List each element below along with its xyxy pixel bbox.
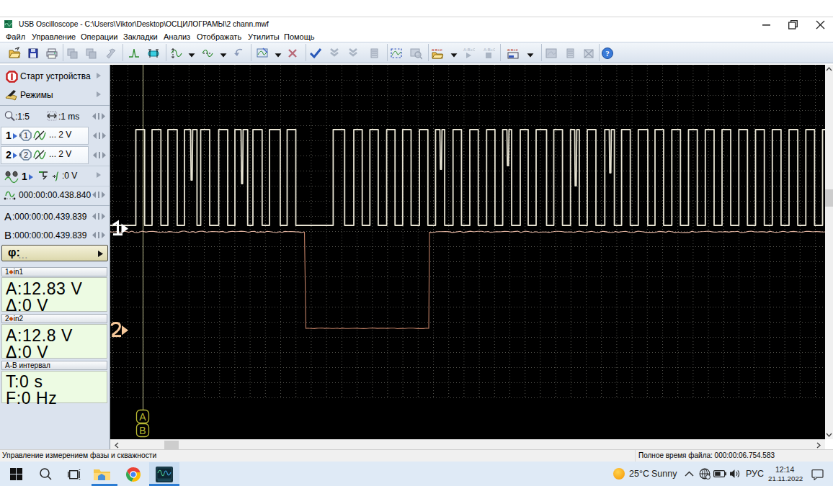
svg-text:A: A [139,411,146,423]
svg-text:1: 1 [24,131,28,140]
svg-text:2: 2 [24,150,28,159]
svg-text:B: B [139,425,146,436]
